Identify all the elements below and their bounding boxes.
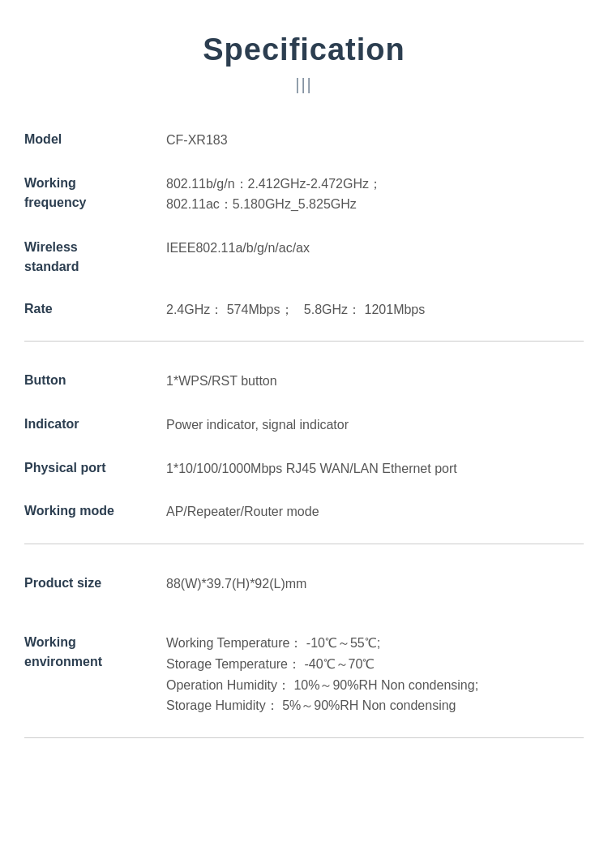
page-container: Specification ||| Model CF-XR183 Working… <box>0 0 608 868</box>
hardware-section: Button 1*WPS/RST button Indicator Power … <box>24 359 584 533</box>
divider-3 <box>24 737 584 738</box>
spec-label-indicator: Indicator <box>24 415 166 434</box>
spec-value-working-frequency: 802.11b/g/n：2.412GHz-2.472GHz； 802.11ac：… <box>166 174 584 215</box>
spec-row-button: Button 1*WPS/RST button <box>24 359 584 403</box>
spec-label-working-environment: Workingenvironment <box>24 633 166 672</box>
spec-row-wireless-standard: Wirelessstandard IEEE802.11a/b/g/n/ac/ax <box>24 226 584 288</box>
spec-value-wireless-standard: IEEE802.11a/b/g/n/ac/ax <box>166 238 584 259</box>
spec-value-indicator: Power indicator, signal indicator <box>166 415 584 436</box>
wireless-section: Model CF-XR183 Workingfrequency 802.11b/… <box>24 118 584 331</box>
spec-value-working-environment: Working Temperature： -10℃～55℃; Storage T… <box>166 633 584 715</box>
spec-row-working-frequency: Workingfrequency 802.11b/g/n：2.412GHz-2.… <box>24 162 584 226</box>
divider-2 <box>24 544 584 544</box>
spec-value-working-mode: AP/Repeater/Router mode <box>166 501 584 522</box>
spec-row-indicator: Indicator Power indicator, signal indica… <box>24 403 584 447</box>
spec-label-model: Model <box>24 130 166 149</box>
spec-row-model: Model CF-XR183 <box>24 118 584 162</box>
spec-row-product-size: Product size 88(W)*39.7(H)*92(L)mm <box>24 562 584 606</box>
spec-label-button: Button <box>24 371 166 390</box>
spec-value-product-size: 88(W)*39.7(H)*92(L)mm <box>166 574 584 595</box>
spec-label-rate: Rate <box>24 299 166 319</box>
title-decoration-icon: ||| <box>24 75 584 94</box>
environment-section: Workingenvironment Working Temperature： … <box>24 621 584 727</box>
spec-label-product-size: Product size <box>24 574 166 593</box>
spec-label-working-frequency: Workingfrequency <box>24 174 166 213</box>
spec-label-physical-port: Physical port <box>24 458 166 478</box>
divider-1 <box>24 341 584 342</box>
spec-row-physical-port: Physical port 1*10/100/1000Mbps RJ45 WAN… <box>24 447 584 491</box>
page-title: Specification <box>24 32 584 67</box>
physical-section: Product size 88(W)*39.7(H)*92(L)mm <box>24 562 584 606</box>
spec-value-button: 1*WPS/RST button <box>166 371 584 392</box>
spec-value-physical-port: 1*10/100/1000Mbps RJ45 WAN/LAN Ethernet … <box>166 458 584 479</box>
spec-label-working-mode: Working mode <box>24 501 166 521</box>
spec-label-wireless-standard: Wirelessstandard <box>24 238 166 277</box>
spec-row-working-mode: Working mode AP/Repeater/Router mode <box>24 490 584 534</box>
spec-row-rate: Rate 2.4GHz： 574Mbps； 5.8GHz： 1201Mbps <box>24 288 584 332</box>
spec-row-working-environment: Workingenvironment Working Temperature： … <box>24 621 584 727</box>
spec-value-model: CF-XR183 <box>166 130 584 151</box>
spec-value-rate: 2.4GHz： 574Mbps； 5.8GHz： 1201Mbps <box>166 299 584 320</box>
